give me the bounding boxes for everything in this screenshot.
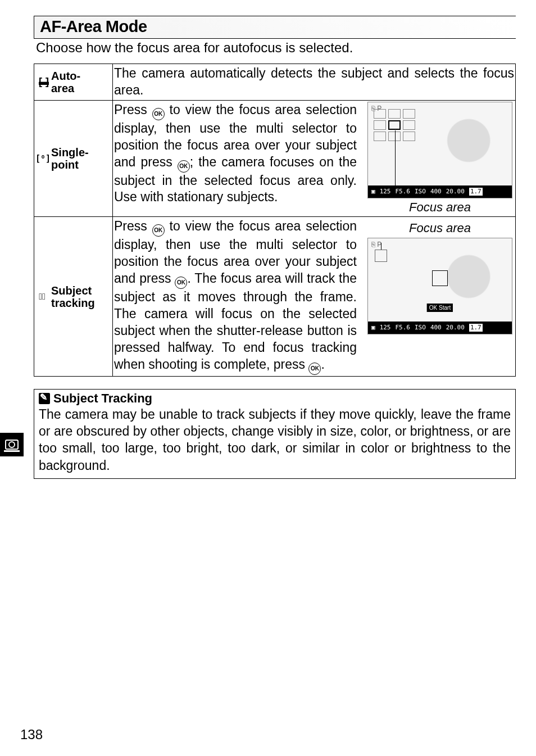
intro-text: Choose how the focus area for autofocus … (34, 40, 516, 60)
focus-area-thumbnail: ⎘ P ▣ 125 (367, 102, 512, 198)
ok-button-icon: OK (308, 363, 321, 375)
ok-button-icon: OK (178, 160, 190, 173)
table-row: [▬] Auto- area The camera automatically … (34, 64, 516, 101)
auto-icon: ⎘ (371, 241, 375, 248)
zoom: 1.7 (469, 324, 483, 332)
focus-area-thumbnail: ⎘ P OK Start ▣ 125 F5.6 ISO400 (367, 238, 512, 334)
subject-tracking-icon: ⦿⃟ (35, 292, 49, 302)
auto-area-icon: [▬] (35, 76, 49, 88)
remaining: 20.00 (446, 188, 465, 196)
zoom: 1.7 (469, 188, 483, 196)
ok-button-icon: OK (152, 108, 165, 120)
ok-button-icon: OK (152, 224, 165, 237)
iso: 400 (430, 324, 442, 332)
mode-name: Auto- area (51, 70, 80, 94)
mode-description: Press OK to view the focus area selectio… (114, 102, 357, 206)
iso-icon: ISO (415, 188, 426, 196)
note-body: The camera may be unable to track subjec… (39, 406, 511, 474)
iso-icon: ISO (415, 324, 426, 332)
modes-table: [▬] Auto- area The camera automatically … (34, 64, 516, 377)
svg-point-1 (9, 442, 15, 447)
table-row: ⦿⃟ Subject tracking Press OK to view the… (34, 217, 516, 376)
section-tab-icon (0, 433, 24, 456)
aperture: F5.6 (396, 188, 411, 196)
mode-name: Single- point (51, 146, 89, 171)
status-bar: ▣ 125 F5.6 ISO400 20.00 1.7 (368, 185, 512, 198)
page-number: 138 (20, 727, 43, 743)
remaining: 20.00 (446, 324, 465, 332)
mode-description: Press OK to view the focus area selectio… (114, 218, 357, 374)
thumbnail-caption: Focus area (409, 220, 471, 237)
ok-start-badge: OK Start (427, 304, 453, 312)
status-bar: ▣ 125 F5.6 ISO400 20.00 1.7 (368, 322, 512, 334)
mode-name: Subject tracking (51, 284, 95, 309)
ok-button-icon: OK (175, 277, 187, 289)
note-box: Subject Tracking The camera may be unabl… (34, 389, 516, 479)
aperture: F5.6 (396, 324, 411, 332)
shutter-speed: 125 (380, 188, 391, 196)
thumbnail-caption: Focus area (409, 200, 471, 216)
iso: 400 (430, 188, 442, 196)
svg-rect-2 (4, 450, 20, 452)
section-title: AF-Area Mode (34, 16, 516, 39)
single-point-icon: [ᴼ] (35, 153, 49, 164)
table-row: [ᴼ] Single- point Press OK to view the f… (34, 100, 516, 217)
pencil-icon (39, 393, 50, 404)
shutter-speed: 125 (380, 324, 391, 332)
mode-description: The camera automatically detects the sub… (114, 65, 514, 99)
note-title: Subject Tracking (53, 391, 152, 406)
